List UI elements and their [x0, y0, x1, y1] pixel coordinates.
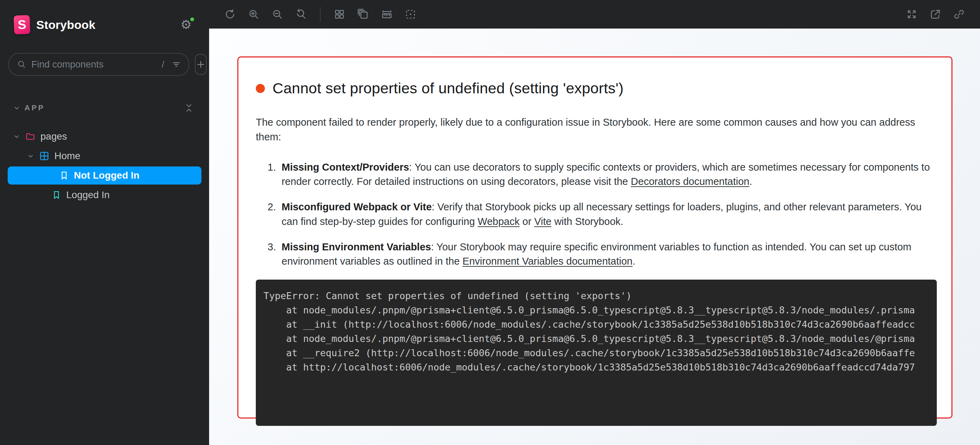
measure-icon: [381, 8, 393, 20]
list-item: Missing Environment Variables: Your Stor…: [279, 240, 934, 268]
zoom-in-button[interactable]: [244, 5, 264, 24]
sidebar-item-not-logged-in[interactable]: Not Logged In: [8, 166, 201, 185]
bookmark-icon: [52, 190, 61, 200]
remount-button[interactable]: [220, 5, 240, 24]
toolbar-divider: [320, 7, 321, 22]
update-notification-dot: [189, 16, 195, 22]
vite-link[interactable]: Vite: [534, 216, 551, 227]
chevron-down-icon: [27, 152, 35, 160]
preview-canvas: Cannot set properties of undefined (sett…: [209, 29, 980, 445]
outline-button[interactable]: [401, 5, 420, 24]
storybook-app: S Storybook ⚙ /: [0, 0, 980, 445]
search-box[interactable]: /: [8, 53, 189, 76]
zoom-out-icon: [272, 8, 283, 20]
search-icon: [17, 60, 27, 69]
canvas-toolbar: [209, 0, 980, 29]
measure-button[interactable]: [377, 5, 396, 24]
copy-link-icon: [953, 8, 965, 20]
main-area: Cannot set properties of undefined (sett…: [209, 0, 980, 445]
sidebar-tree: APP pages: [0, 99, 209, 205]
sidebar-item-logged-in[interactable]: Logged In: [0, 185, 209, 205]
cause-lead: Missing Context/Providers: [282, 162, 409, 173]
tree-item-label: pages: [40, 131, 67, 142]
folder-icon: [25, 131, 35, 142]
backgrounds-grid-icon: [334, 8, 345, 20]
fullscreen-button[interactable]: [902, 5, 921, 24]
tree-item-label: Home: [54, 150, 81, 162]
section-app[interactable]: APP: [0, 99, 209, 117]
cause-text: with Storybook.: [551, 216, 623, 227]
tree-item-label: Not Logged In: [74, 170, 139, 181]
viewport-icon: [357, 8, 369, 20]
copy-link-button[interactable]: [949, 5, 969, 24]
create-story-button[interactable]: [195, 54, 207, 75]
cause-text: or: [520, 216, 534, 227]
error-boundary-box: Cannot set properties of undefined (sett…: [237, 56, 953, 418]
zoom-in-icon: [248, 8, 259, 20]
list-item: Misconfigured Webpack or Vite: Verify th…: [279, 200, 934, 228]
reset-zoom-icon: [295, 8, 307, 20]
tree-item-label: Logged In: [66, 189, 110, 201]
outline-icon: [405, 8, 417, 20]
decorators-documentation-link[interactable]: Decorators documentation: [631, 176, 749, 187]
open-new-tab-icon: [929, 8, 941, 20]
sidebar-item-pages[interactable]: pages: [0, 127, 209, 146]
error-causes-list: Missing Context/Providers: You can use d…: [256, 160, 934, 268]
bookmark-icon: [59, 171, 69, 181]
error-stack-trace: TypeError: Cannot set properties of unde…: [256, 280, 937, 426]
plus-icon: [196, 59, 206, 70]
error-status-dot: [256, 84, 265, 93]
chevron-down-icon: [13, 104, 21, 112]
chevron-down-icon: [13, 132, 21, 141]
sidebar: S Storybook ⚙ /: [0, 0, 209, 445]
environment-variables-documentation-link[interactable]: Environment Variables documentation: [463, 256, 633, 267]
list-item: Missing Context/Providers: You can use d…: [279, 160, 934, 189]
webpack-link[interactable]: Webpack: [478, 216, 520, 227]
viewport-button[interactable]: [353, 5, 373, 24]
search-input[interactable]: [31, 59, 155, 70]
sidebar-item-home[interactable]: Home: [0, 146, 209, 166]
cause-lead: Misconfigured Webpack or Vite: [282, 201, 432, 212]
error-title: Cannot set properties of undefined (sett…: [272, 80, 624, 97]
brand-name: Storybook: [36, 18, 95, 32]
storybook-logo[interactable]: S Storybook: [14, 15, 95, 34]
reset-zoom-button[interactable]: [291, 5, 311, 24]
filter-icon[interactable]: [171, 59, 181, 70]
collapse-all-icon[interactable]: [184, 103, 194, 113]
section-title: APP: [24, 103, 184, 112]
backgrounds-button[interactable]: [330, 5, 349, 24]
cause-lead: Missing Environment Variables: [282, 241, 431, 252]
error-intro: The component failed to render properly,…: [256, 115, 934, 144]
cause-text: .: [749, 176, 752, 187]
fullscreen-icon: [906, 8, 918, 20]
open-new-tab-button[interactable]: [926, 5, 945, 24]
storybook-logo-icon: S: [14, 15, 30, 35]
search-shortcut-hint: /: [160, 59, 166, 70]
settings-gear-button[interactable]: ⚙: [178, 17, 194, 32]
stack-trace-text: TypeError: Cannot set properties of unde…: [264, 289, 937, 374]
cause-text: .: [633, 256, 635, 267]
component-icon: [39, 151, 49, 161]
zoom-out-button[interactable]: [268, 5, 287, 24]
remount-icon: [224, 8, 236, 20]
